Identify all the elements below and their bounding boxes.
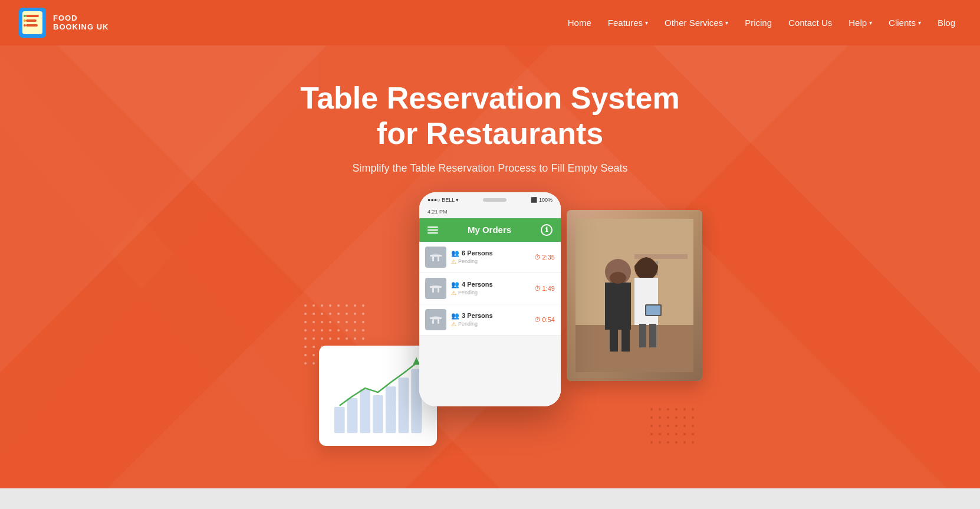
dot	[304, 346, 307, 348]
dot	[337, 321, 340, 323]
nav-item-home[interactable]: Home	[561, 13, 598, 32]
dot	[354, 337, 356, 340]
svg-rect-27	[399, 377, 409, 433]
order-status: ⚠ Pending	[451, 321, 530, 327]
order-item: 👥 3 Persons ⚠ Pending ⏱ 0:54	[419, 304, 561, 336]
dot	[304, 354, 307, 356]
dot	[650, 408, 653, 411]
dot	[354, 313, 356, 315]
dot	[329, 337, 331, 340]
logo[interactable]: FOOD BOOKING UK	[18, 6, 109, 39]
people-icon: 👥	[451, 312, 459, 320]
warning-icon: ⚠	[451, 290, 456, 296]
svg-line-8	[0, 47, 318, 460]
dot	[313, 337, 315, 340]
dot	[304, 321, 307, 323]
nav-item-blog[interactable]: Blog	[930, 13, 962, 32]
dot	[313, 313, 315, 315]
nav-item-pricing[interactable]: Pricing	[738, 13, 779, 32]
table-icon	[429, 283, 443, 294]
dot	[313, 321, 315, 323]
dot	[362, 321, 364, 323]
navbar: FOOD BOOKING UK Home Features ▾ Other Se…	[0, 0, 980, 45]
svg-rect-37	[610, 328, 618, 352]
svg-point-7	[24, 24, 26, 27]
dot	[683, 441, 686, 444]
dot	[313, 346, 315, 348]
dot	[321, 337, 323, 340]
svg-rect-2	[26, 15, 39, 17]
dot	[667, 441, 669, 444]
dot	[354, 321, 356, 323]
dot	[659, 408, 661, 411]
order-info: 👥 6 Persons ⚠ Pending	[451, 249, 530, 265]
dot	[337, 337, 340, 340]
svg-rect-23	[347, 398, 358, 433]
warning-icon: ⚠	[451, 258, 456, 265]
dots-decoration-right: document.write(Array(30).fill('<div clas…	[650, 408, 696, 446]
svg-rect-31	[575, 325, 693, 372]
order-name: 👥 6 Persons	[451, 249, 530, 257]
bottom-bar	[0, 488, 980, 509]
dot	[362, 313, 364, 315]
dot	[346, 337, 348, 340]
nav-item-clients[interactable]: Clients ▾	[882, 13, 928, 32]
dot	[321, 321, 323, 323]
nav-item-other-services[interactable]: Other Services ▾	[657, 13, 735, 32]
dot	[362, 304, 364, 307]
order-time: ⏱ 2:35	[534, 254, 555, 261]
dot	[683, 408, 686, 411]
dot	[692, 433, 694, 435]
dot	[304, 337, 307, 340]
dot	[692, 441, 694, 444]
phone-battery: ⬛ 100%	[531, 197, 553, 203]
nav-item-contact[interactable]: Contact Us	[781, 13, 839, 32]
info-icon: ℹ	[541, 224, 553, 236]
dot	[346, 321, 348, 323]
nav-item-help[interactable]: Help ▾	[841, 13, 879, 32]
order-item: 👥 6 Persons ⚠ Pending ⏱ 2:35	[419, 242, 561, 273]
svg-point-21	[431, 316, 440, 320]
hero-subtitle: Simplify the Table Reservation Process t…	[353, 162, 628, 175]
order-thumbnail	[425, 247, 446, 268]
svg-rect-41	[634, 278, 658, 325]
dot	[650, 433, 653, 435]
dot	[304, 313, 307, 315]
svg-rect-20	[438, 319, 439, 324]
dot	[675, 425, 678, 427]
dot	[329, 304, 331, 307]
order-thumbnail	[425, 278, 446, 299]
hamburger-icon	[427, 226, 438, 234]
logo-text: FOOD BOOKING UK	[53, 14, 109, 31]
phone-top: ●●●○ BELL ▾ ⬛ 100%	[419, 192, 561, 205]
dot	[313, 304, 315, 307]
dot	[346, 313, 348, 315]
dot	[692, 425, 694, 427]
svg-point-39	[610, 272, 626, 284]
dot	[659, 441, 661, 444]
dot	[659, 433, 661, 435]
dot	[667, 433, 669, 435]
dot	[659, 416, 661, 419]
dot	[650, 425, 653, 427]
order-name: 👥 3 Persons	[451, 312, 530, 320]
svg-rect-25	[373, 395, 383, 433]
dot	[650, 416, 653, 419]
phone-time: 4:21 PM	[427, 209, 448, 215]
phone-signal: ●●●○ BELL ▾	[427, 197, 459, 203]
logo-icon	[18, 6, 47, 39]
dot	[321, 304, 323, 307]
svg-rect-11	[432, 257, 434, 261]
dot	[667, 416, 669, 419]
svg-rect-38	[621, 328, 630, 352]
dot	[675, 441, 678, 444]
table-icon	[429, 251, 443, 263]
order-time: ⏱ 0:54	[534, 316, 555, 323]
dot	[321, 313, 323, 315]
nav-item-features[interactable]: Features ▾	[601, 13, 655, 32]
order-status: ⚠ Pending	[451, 290, 530, 296]
svg-rect-45	[646, 306, 660, 315]
dot	[346, 304, 348, 307]
order-info: 👥 4 Persons ⚠ Pending	[451, 281, 530, 296]
dot	[667, 425, 669, 427]
